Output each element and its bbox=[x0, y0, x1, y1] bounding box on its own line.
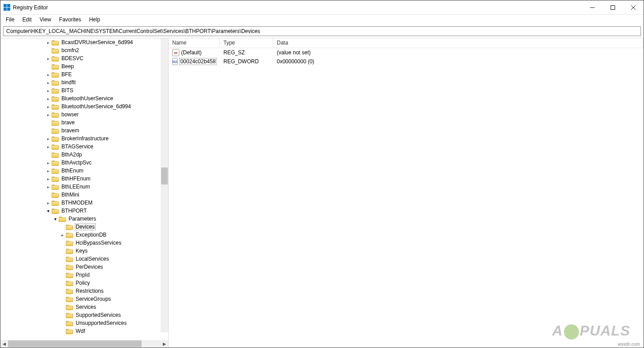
tree-item-label: SupportedServices bbox=[75, 312, 122, 318]
tree-item[interactable]: ▸BcastDVRUserService_6d994 bbox=[0, 38, 168, 46]
face-icon bbox=[564, 324, 579, 340]
tree-item[interactable]: Devices bbox=[0, 223, 168, 231]
tree-item-label: BTHMODEM bbox=[61, 200, 93, 206]
folder-icon bbox=[52, 112, 59, 118]
chevron-right-icon[interactable]: ▸ bbox=[59, 232, 65, 238]
tree-item-label: BrokerInfrastructure bbox=[61, 135, 109, 142]
tree-item-label: BthMini bbox=[61, 192, 80, 198]
tree-horizontal-scrollbar[interactable]: ◄ ► bbox=[0, 340, 168, 348]
folder-icon bbox=[52, 48, 59, 53]
tree-item[interactable]: ▸BTAGService bbox=[0, 143, 168, 151]
close-button[interactable] bbox=[623, 0, 644, 14]
expander-none bbox=[59, 280, 65, 286]
column-name[interactable]: Name bbox=[169, 38, 220, 48]
tree-item[interactable]: ▸BITS bbox=[0, 86, 168, 94]
tree-item[interactable]: BthMini bbox=[0, 191, 168, 199]
tree-item[interactable]: ▸BrokerInfrastructure bbox=[0, 135, 168, 143]
chevron-down-icon[interactable]: ▾ bbox=[45, 208, 51, 214]
chevron-right-icon[interactable]: ▸ bbox=[45, 87, 51, 94]
expander-none bbox=[45, 63, 51, 70]
tree-item[interactable]: Restrictions bbox=[0, 287, 168, 295]
value-row[interactable]: ab(Default)REG_SZ(value not set) bbox=[169, 48, 644, 57]
tree-item[interactable]: ▸bowser bbox=[0, 111, 168, 119]
menu-file[interactable]: File bbox=[2, 16, 18, 24]
chevron-right-icon[interactable]: ▸ bbox=[45, 55, 51, 61]
expander-none bbox=[59, 272, 65, 278]
value-row[interactable]: 01100024c02b458REG_DWORD0x00000000 (0) bbox=[169, 57, 644, 66]
tree-item-label: BthA2dp bbox=[61, 151, 83, 158]
tree-item[interactable]: ▸BthHFEnum bbox=[0, 175, 168, 183]
chevron-right-icon[interactable]: ▸ bbox=[45, 79, 51, 86]
folder-icon bbox=[66, 272, 73, 278]
chevron-right-icon[interactable]: ▸ bbox=[45, 184, 51, 190]
tree-item[interactable]: bcmfn2 bbox=[0, 46, 168, 54]
tree-item-label: BITS bbox=[61, 87, 74, 94]
scroll-left-icon[interactable]: ◄ bbox=[0, 340, 8, 348]
panel-splitter[interactable] bbox=[166, 38, 168, 348]
tree-item[interactable]: Beep bbox=[0, 62, 168, 70]
tree-item[interactable]: Services bbox=[0, 303, 168, 311]
minimize-button[interactable] bbox=[582, 0, 603, 14]
chevron-right-icon[interactable]: ▸ bbox=[45, 71, 51, 78]
tree-item[interactable]: Keys bbox=[0, 247, 168, 255]
tree-scroll[interactable]: ▸BcastDVRUserService_6d994bcmfn2▸BDESVCB… bbox=[0, 38, 168, 340]
tree-item-label: BTAGService bbox=[61, 143, 94, 150]
tree-item[interactable]: Wdf bbox=[0, 327, 168, 335]
menu-favorites[interactable]: Favorites bbox=[56, 16, 85, 24]
tree-item[interactable]: ▸BluetoothUserService_6d994 bbox=[0, 102, 168, 111]
tree-item[interactable]: ▸BthAvctpSvc bbox=[0, 159, 168, 167]
tree-item[interactable]: ▸BluetoothUserService bbox=[0, 94, 168, 102]
chevron-right-icon[interactable]: ▸ bbox=[45, 103, 51, 110]
tree-item-label: ServiceGroups bbox=[75, 296, 112, 302]
tree-item[interactable]: ▸BDESVC bbox=[0, 54, 168, 62]
tree-item[interactable]: HciBypassServices bbox=[0, 239, 168, 247]
tree-item[interactable]: ▸BthLEEnum bbox=[0, 183, 168, 191]
tree-item[interactable]: brave bbox=[0, 119, 168, 127]
column-type[interactable]: Type bbox=[220, 38, 273, 48]
chevron-right-icon[interactable]: ▸ bbox=[45, 135, 51, 142]
column-data[interactable]: Data bbox=[273, 38, 644, 48]
chevron-right-icon[interactable]: ▸ bbox=[45, 95, 51, 102]
chevron-right-icon[interactable]: ▸ bbox=[45, 143, 51, 150]
expander-none bbox=[45, 119, 51, 126]
tree-item-label: Services bbox=[75, 304, 97, 310]
chevron-right-icon[interactable]: ▸ bbox=[45, 176, 51, 182]
tree-item[interactable]: ▸ExceptionDB bbox=[0, 231, 168, 239]
tree-item[interactable]: SupportedServices bbox=[0, 311, 168, 319]
chevron-right-icon[interactable]: ▸ bbox=[45, 39, 51, 45]
tree-item[interactable]: ▸BFE bbox=[0, 70, 168, 78]
tree-item-label: Policy bbox=[75, 280, 91, 286]
tree-item[interactable]: ▸BTHMODEM bbox=[0, 199, 168, 207]
folder-icon bbox=[52, 200, 59, 206]
tree-item[interactable]: ▾Parameters bbox=[0, 215, 168, 223]
chevron-right-icon[interactable]: ▸ bbox=[45, 200, 51, 206]
tree-item-label: BluetoothUserService bbox=[61, 95, 114, 102]
tree-item[interactable]: UnsupportedServices bbox=[0, 319, 168, 327]
menu-help[interactable]: Help bbox=[85, 16, 104, 24]
tree-item[interactable]: PnpId bbox=[0, 271, 168, 279]
tree-item[interactable]: bravem bbox=[0, 127, 168, 135]
folder-icon bbox=[52, 120, 59, 126]
chevron-right-icon[interactable]: ▸ bbox=[45, 168, 51, 174]
tree-item[interactable]: LocalServices bbox=[0, 255, 168, 263]
titlebar: Registry Editor bbox=[0, 0, 644, 15]
folder-icon bbox=[52, 128, 59, 134]
tree-item-label: BthEnum bbox=[61, 168, 84, 174]
chevron-right-icon[interactable]: ▸ bbox=[45, 160, 51, 166]
tree-item[interactable]: ▸bindflt bbox=[0, 78, 168, 86]
folder-icon bbox=[52, 64, 59, 70]
tree-item[interactable]: Policy bbox=[0, 279, 168, 287]
maximize-button[interactable] bbox=[603, 0, 623, 14]
menu-edit[interactable]: Edit bbox=[19, 16, 35, 24]
chevron-down-icon[interactable]: ▾ bbox=[52, 216, 58, 222]
tree-item[interactable]: PerDevices bbox=[0, 263, 168, 271]
menu-view[interactable]: View bbox=[36, 16, 55, 24]
tree-item[interactable]: ▸BthEnum bbox=[0, 167, 168, 175]
chevron-right-icon[interactable]: ▸ bbox=[45, 111, 51, 118]
tree-item[interactable]: ▾BTHPORT bbox=[0, 207, 168, 215]
minimize-icon bbox=[590, 5, 595, 10]
address-bar[interactable]: Computer\HKEY_LOCAL_MACHINE\SYSTEM\Curre… bbox=[3, 26, 641, 36]
scrollbar-thumb[interactable] bbox=[8, 340, 142, 347]
tree-item[interactable]: BthA2dp bbox=[0, 151, 168, 159]
tree-item[interactable]: ServiceGroups bbox=[0, 295, 168, 303]
